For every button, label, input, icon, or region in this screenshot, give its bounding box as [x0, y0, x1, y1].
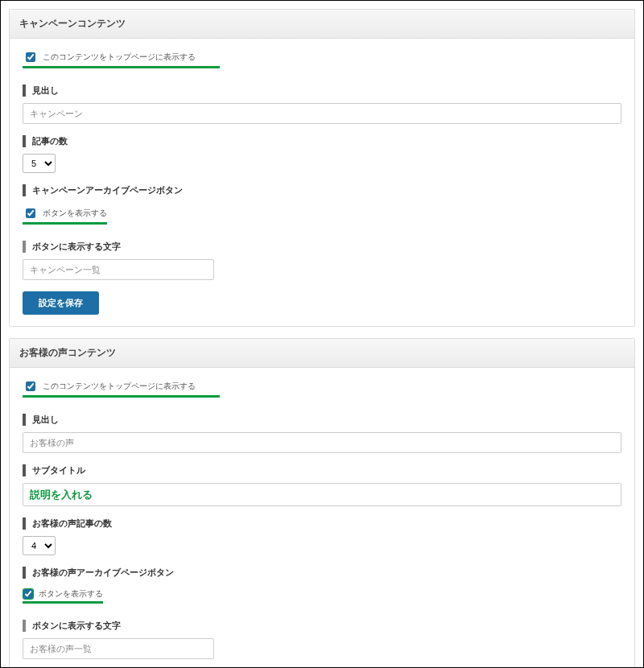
- page-container: キャンペーンコンテンツ このコンテンツをトップページに表示する 見出し 記事の数…: [0, 0, 644, 668]
- campaign-show-button-row: ボタンを表示する: [23, 203, 621, 229]
- voice-show-button-label: ボタンを表示する: [39, 588, 103, 600]
- voice-archive-button-label: お客様の声アーカイブページボタン: [23, 567, 621, 579]
- campaign-show-button-label: ボタンを表示する: [43, 208, 107, 219]
- voice-show-checkbox[interactable]: [26, 381, 35, 391]
- voice-button-text-input[interactable]: [23, 638, 214, 659]
- campaign-count-label: 記事の数: [23, 135, 621, 147]
- voice-count-select[interactable]: 4: [23, 536, 56, 555]
- voice-panel-body: このコンテンツをトップページに表示する 見出し サブタイトル お客様の声記事の数…: [10, 368, 634, 668]
- campaign-panel-title: キャンペーンコンテンツ: [10, 10, 634, 39]
- voice-heading-input[interactable]: [23, 432, 621, 453]
- voice-show-button-row: ボタンを表示する: [23, 585, 621, 608]
- campaign-show-label: このコンテンツをトップページに表示する: [43, 52, 196, 63]
- campaign-button-text-input[interactable]: [23, 259, 214, 280]
- voice-panel: お客様の声コンテンツ このコンテンツをトップページに表示する 見出し サブタイト…: [9, 338, 635, 668]
- voice-heading-label: 見出し: [23, 414, 621, 426]
- voice-panel-title: お客様の声コンテンツ: [10, 339, 634, 368]
- campaign-button-text-label: ボタンに表示する文字: [23, 241, 621, 253]
- voice-subtitle-label: サブタイトル: [23, 464, 621, 476]
- campaign-show-row: このコンテンツをトップページに表示する: [23, 47, 621, 73]
- campaign-heading-input[interactable]: [23, 103, 621, 124]
- voice-show-button-checkbox-highlight: [23, 588, 34, 600]
- voice-show-row: このコンテンツをトップページに表示する: [23, 376, 621, 402]
- campaign-panel-body: このコンテンツをトップページに表示する 見出し 記事の数 5 キャンペーンアーカ…: [10, 39, 634, 326]
- voice-show-label: このコンテンツをトップページに表示する: [43, 381, 196, 392]
- campaign-count-select[interactable]: 5: [23, 154, 56, 173]
- voice-show-button-checkbox[interactable]: [23, 589, 33, 599]
- campaign-show-checkbox[interactable]: [26, 52, 35, 62]
- voice-subtitle-input[interactable]: [23, 483, 621, 506]
- campaign-show-button-checkbox[interactable]: [26, 208, 35, 218]
- voice-button-text-label: ボタンに表示する文字: [23, 620, 621, 632]
- campaign-panel: キャンペーンコンテンツ このコンテンツをトップページに表示する 見出し 記事の数…: [9, 9, 635, 327]
- campaign-heading-label: 見出し: [23, 85, 621, 97]
- campaign-archive-button-label: キャンペーンアーカイブページボタン: [23, 184, 621, 196]
- voice-count-label: お客様の声記事の数: [23, 517, 621, 530]
- campaign-save-button[interactable]: 設定を保存: [23, 291, 99, 315]
